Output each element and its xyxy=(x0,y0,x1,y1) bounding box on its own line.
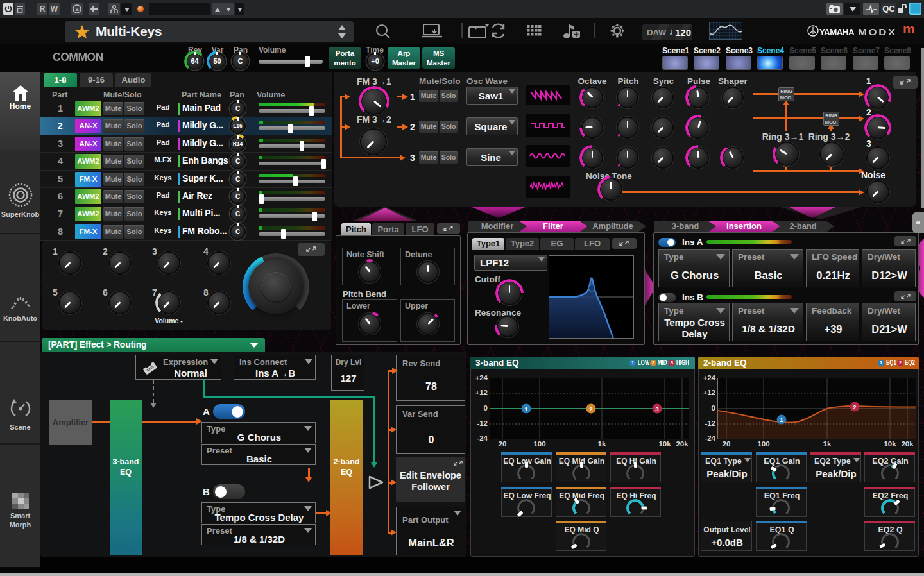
svg-text:2: 2 xyxy=(589,405,592,412)
svg-text:1: 1 xyxy=(780,416,783,423)
svg-text:3: 3 xyxy=(655,405,658,412)
svg-text:1: 1 xyxy=(524,405,528,412)
svg-text:2: 2 xyxy=(853,403,856,411)
svg-text:a: a xyxy=(75,6,79,12)
